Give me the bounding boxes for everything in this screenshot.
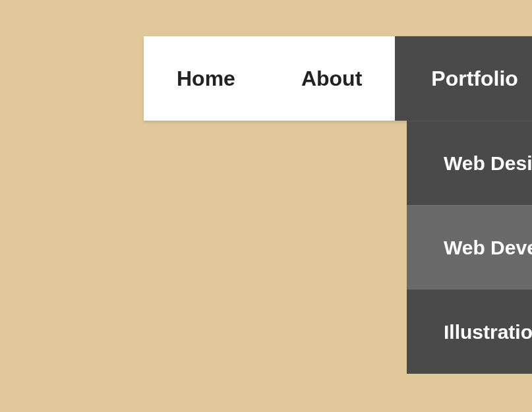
nav-item-label: About: [301, 67, 362, 91]
dropdown-item-illustrations[interactable]: Illustrations: [407, 289, 532, 374]
dropdown-menu: Web Design Web Development Illustrations: [407, 121, 532, 374]
nav-item-about[interactable]: About: [268, 36, 395, 121]
dropdown-item-label: Web Design: [444, 152, 532, 175]
nav-item-home[interactable]: Home: [144, 36, 268, 121]
dropdown-item-web-design[interactable]: Web Design: [407, 121, 532, 205]
dropdown-item-web-development[interactable]: Web Development: [407, 205, 532, 289]
dropdown-item-label: Web Development: [444, 237, 532, 259]
navbar: Home About Portfolio: [144, 36, 532, 121]
dropdown-item-label: Illustrations: [444, 321, 532, 343]
nav-item-label: Portfolio: [431, 67, 518, 91]
nav-item-portfolio[interactable]: Portfolio: [395, 36, 532, 121]
nav-item-label: Home: [177, 67, 235, 91]
